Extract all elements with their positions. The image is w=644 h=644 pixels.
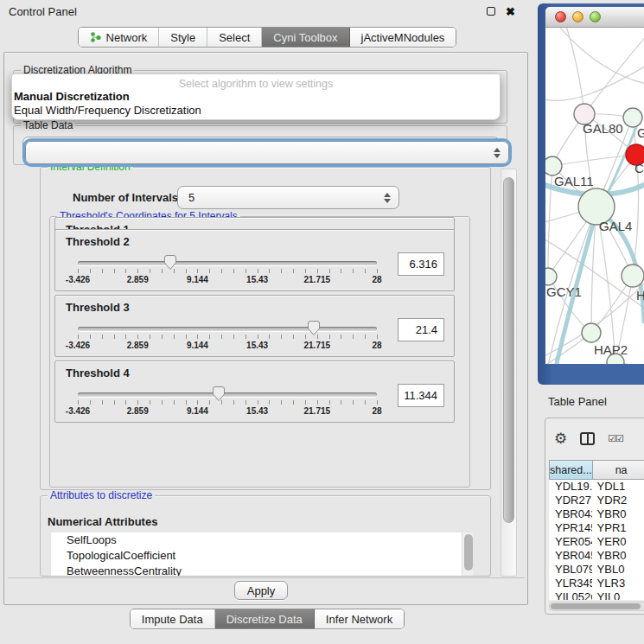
threshold-label: Threshold 2 bbox=[66, 235, 130, 248]
list-scrollbar[interactable] bbox=[462, 532, 473, 576]
column-header-name[interactable]: na bbox=[593, 460, 644, 480]
slider-track[interactable] bbox=[78, 327, 377, 331]
tab-label: Cyni Toolbox bbox=[273, 31, 337, 44]
network-node[interactable] bbox=[545, 268, 557, 285]
network-node[interactable] bbox=[545, 156, 562, 175]
tab-label: Impute Data bbox=[142, 613, 203, 626]
table-hscrollbar-thumb[interactable] bbox=[551, 603, 641, 609]
threshold-value-field[interactable] bbox=[398, 384, 444, 407]
slider-track[interactable] bbox=[78, 392, 377, 397]
table-panel-box: ⚙ ☑☑ shared... na YDL19...YDL1YDR27...YD… bbox=[545, 418, 644, 615]
threshold-panel: Threshold 2 -3.4262.8599.14415.4321.7152… bbox=[54, 229, 455, 291]
tick-label: 21.715 bbox=[304, 341, 331, 350]
network-node[interactable] bbox=[582, 323, 601, 342]
table-cell: YER0 bbox=[592, 535, 644, 549]
tick-label: 28 bbox=[372, 341, 381, 350]
network-window-titlebar[interactable] bbox=[545, 7, 644, 28]
panel-scrollbar[interactable] bbox=[501, 169, 517, 577]
list-scrollbar-thumb[interactable] bbox=[464, 534, 473, 571]
table-cell: YPR1 bbox=[592, 521, 644, 535]
attribute-list-item[interactable]: BetweennessCentrality bbox=[51, 564, 473, 576]
network-edge bbox=[545, 64, 644, 100]
threshold-value-field[interactable] bbox=[398, 252, 444, 276]
table-cell: YDR2 bbox=[592, 494, 644, 507]
close-icon[interactable]: ✖ bbox=[506, 6, 515, 17]
table-row[interactable]: YBR043CYBR0 bbox=[549, 507, 644, 521]
control-panel-tabs: Network Style Select Cyni Toolbox jActiv… bbox=[78, 27, 457, 48]
tab-jactivemnodules[interactable]: jActiveMNodules bbox=[350, 28, 456, 47]
network-icon bbox=[90, 31, 101, 43]
table-cell: YLR345W bbox=[549, 577, 592, 590]
threshold-value-field[interactable] bbox=[398, 318, 444, 341]
float-window-icon[interactable] bbox=[487, 7, 495, 16]
gear-icon[interactable]: ⚙ bbox=[554, 431, 567, 446]
table-cell: YDL1 bbox=[592, 480, 644, 494]
table-row[interactable]: YBR045CYBR0 bbox=[549, 549, 644, 563]
close-traffic-light-icon[interactable] bbox=[555, 11, 566, 22]
tab-style[interactable]: Style bbox=[159, 28, 207, 47]
tab-network[interactable]: Network bbox=[79, 28, 160, 47]
stepper-icon bbox=[491, 148, 503, 158]
tab-impute-data[interactable]: Impute Data bbox=[131, 609, 215, 628]
minimize-traffic-light-icon[interactable] bbox=[572, 11, 583, 22]
table-row[interactable]: YDR27...YDR2 bbox=[549, 494, 644, 507]
tick-label: 28 bbox=[372, 275, 381, 284]
table-rows: YDL19...YDL1YDR27...YDR2YBR043CYBR0YPR14… bbox=[549, 480, 644, 600]
network-node-label: GAL11 bbox=[554, 174, 594, 188]
tick-label: 9.144 bbox=[187, 406, 208, 416]
select-columns-icon[interactable]: ☑☑ bbox=[608, 433, 623, 444]
zoom-traffic-light-icon[interactable] bbox=[590, 11, 601, 22]
table-cell: YDL19... bbox=[549, 480, 592, 494]
numerical-attributes-list: SelfLoopsTopologicalCoefficientBetweenne… bbox=[51, 532, 473, 576]
tick-label: 15.43 bbox=[246, 341, 268, 350]
network-node[interactable] bbox=[623, 108, 642, 127]
attribute-list-item[interactable]: SelfLoops bbox=[51, 532, 473, 548]
network-node[interactable] bbox=[622, 265, 644, 287]
tab-label: Select bbox=[219, 31, 250, 44]
split-column-icon[interactable] bbox=[580, 432, 595, 445]
table-row[interactable]: YDL19...YDL1 bbox=[549, 480, 644, 494]
tab-label: jActiveMNodules bbox=[361, 31, 445, 44]
table-panel: Table Panel ⚙ ☑☑ shared... na YDL19...YD… bbox=[538, 386, 644, 644]
network-node-label: GAL4 bbox=[599, 219, 632, 233]
algorithm-dropdown: Select algorithm to view settings Manual… bbox=[11, 73, 501, 120]
network-node-label: GAL80 bbox=[583, 121, 623, 136]
tick-label: 9.144 bbox=[187, 341, 208, 350]
table-row[interactable]: YBL079WYBL0 bbox=[549, 563, 644, 577]
attribute-list-item[interactable]: TopologicalCoefficient bbox=[51, 548, 473, 564]
table-row[interactable]: YIL052CYIL0 bbox=[549, 590, 644, 600]
algorithm-placeholder: Select algorithm to view settings bbox=[12, 74, 500, 90]
tab-cyni-toolbox[interactable]: Cyni Toolbox bbox=[262, 28, 349, 47]
table-cell: YBR045C bbox=[549, 549, 592, 563]
stepper-icon bbox=[381, 193, 393, 203]
tab-discretize-data[interactable]: Discretize Data bbox=[215, 609, 315, 628]
apply-button[interactable]: Apply bbox=[234, 581, 288, 600]
attributes-group: Attributes to discretize Numerical Attri… bbox=[40, 495, 491, 577]
table-cell: YDR27... bbox=[549, 494, 592, 507]
tab-infer-network[interactable]: Infer Network bbox=[315, 609, 404, 628]
table-row[interactable]: YLR345WYLR3 bbox=[549, 577, 644, 590]
network-canvas[interactable]: GAL80GCGAL11GAL4GCY1HHAP2 bbox=[545, 28, 644, 364]
tab-label: Network bbox=[106, 31, 148, 44]
tab-select[interactable]: Select bbox=[207, 28, 262, 47]
tick-label: 9.144 bbox=[187, 275, 208, 284]
table-hscrollbar[interactable] bbox=[549, 602, 644, 611]
tick-marks bbox=[78, 400, 378, 405]
network-node-label: G bbox=[637, 125, 644, 140]
panel-scrollbar-thumb[interactable] bbox=[503, 177, 514, 523]
table-row[interactable]: YPR145WYPR1 bbox=[549, 521, 644, 535]
slider-track[interactable] bbox=[78, 261, 377, 265]
tick-label: 21.715 bbox=[304, 406, 331, 416]
table-cell: YER054C bbox=[549, 535, 592, 549]
tick-labels: -3.4262.8599.14415.4321.71528 bbox=[78, 275, 377, 285]
algorithm-option[interactable]: Manual Discretization bbox=[12, 90, 500, 104]
tick-label: 2.859 bbox=[127, 341, 149, 350]
num-intervals-combo[interactable]: 5 bbox=[177, 186, 399, 209]
interval-definition-group: Interval Definition Number of Intervals … bbox=[40, 167, 491, 490]
tick-label: -3.426 bbox=[66, 341, 90, 350]
algorithm-combo[interactable] bbox=[25, 141, 509, 164]
tick-label: -3.426 bbox=[66, 275, 90, 284]
column-header-shared-name[interactable]: shared... bbox=[549, 460, 593, 480]
algorithm-option[interactable]: Equal Width/Frequency Discretization bbox=[12, 104, 500, 118]
table-row[interactable]: YER054CYER0 bbox=[549, 535, 644, 549]
